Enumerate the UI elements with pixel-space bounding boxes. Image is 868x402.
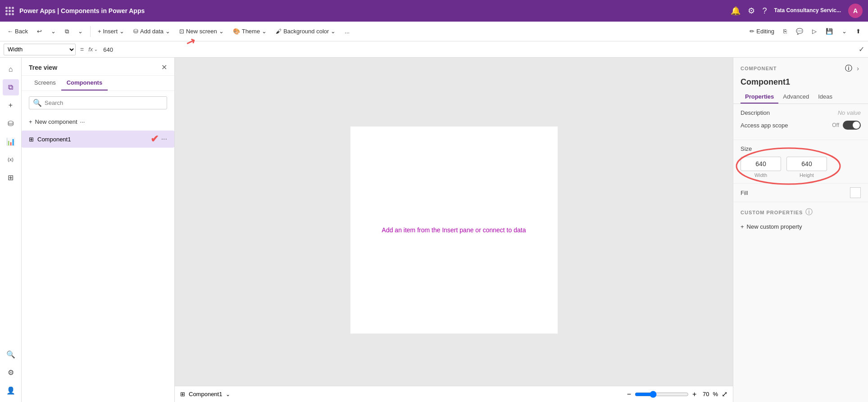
access-scope-toggle[interactable] [843,121,861,130]
fill-label: Fill [741,190,748,196]
sidebar-search-icon[interactable]: 🔍 [3,346,19,362]
formula-check-icon[interactable]: ✓ [859,45,864,54]
save-button[interactable]: 💾 [822,26,836,36]
tab-ideas[interactable]: Ideas [813,90,837,104]
publish-button[interactable]: ⬆ [852,26,864,36]
component-name-label: Component1 [37,136,71,143]
copy-button[interactable]: ⧉ [61,26,73,37]
fullscreen-button[interactable]: ⤢ [722,390,727,398]
tab-components[interactable]: Components [61,76,108,90]
apps-grid-icon[interactable] [5,7,14,15]
toolbar-right: ✏ Editing ⎘ 💬 ▷ 💾 ⌄ ⬆ [746,26,864,36]
description-section: Description No value Access app scope Of… [733,104,868,140]
right-panel-expand-button[interactable]: › [855,63,861,74]
size-row: Size [741,145,861,152]
sidebar-user-icon[interactable]: 👤 [3,382,19,398]
bg-color-label: Background color [283,28,329,35]
zoom-in-button[interactable]: + [692,390,696,398]
back-button[interactable]: ← Back [4,26,32,36]
equals-sign: = [80,46,84,53]
copy-dropdown[interactable]: ⌄ [74,26,86,36]
component-item-1[interactable]: ⊞ Component1 ✔ ··· [22,131,174,148]
editing-label: Editing [756,28,774,35]
tab-advanced[interactable]: Advanced [778,90,813,104]
tree-title: Tree view [29,64,57,71]
theme-icon: 🎨 [233,28,240,35]
notification-icon[interactable]: 🔔 [731,6,741,16]
insert-button[interactable]: + Insert ⌄ [94,26,128,36]
search-input[interactable] [45,99,163,106]
add-data-icon: ⛁ [133,28,138,35]
size-inputs: Width Height [741,157,827,178]
sidebar-charts-icon[interactable]: 📊 [3,133,19,149]
top-bar: Power Apps | Components in Power Apps 🔔 … [0,0,868,22]
formula-bar: Width = fx ⌄ ↗ ✓ [0,41,868,58]
placeholder-text: Add an item from the Insert pane [382,226,474,234]
fill-color-picker[interactable] [850,187,861,198]
new-screen-icon: ⊡ [179,28,184,35]
tab-screens[interactable]: Screens [29,76,61,90]
back-label: Back [15,28,28,35]
new-screen-button[interactable]: ⊡ New screen ⌄ [176,26,227,36]
tree-header: Tree view ✕ [22,58,174,76]
sidebar-settings-icon[interactable]: ⚙ [3,364,19,380]
canvas-frame: Add an item from the Insert pane or conn… [350,126,558,334]
sidebar-controls-icon[interactable]: ⊞ [3,169,19,185]
component-indicator-icon: ⊞ [180,391,185,397]
user-avatar[interactable]: A [848,4,863,18]
zoom-value: 70 [700,391,709,397]
tab-properties[interactable]: Properties [741,90,778,104]
left-sidebar: ⌂ ⧉ + ⛁ 📊 (x) ⊞ 🔍 ⚙ 👤 [0,58,22,402]
height-input-group: Height [786,157,827,178]
component-indicator-chevron[interactable]: ⌄ [226,391,230,397]
insert-icon: + [98,28,101,35]
theme-chevron: ⌄ [262,28,267,35]
share-button[interactable]: ⎘ [780,26,791,36]
custom-props-info-icon[interactable]: ⓘ [805,208,813,217]
new-custom-property-button[interactable]: + New custom property [733,220,868,234]
save-dropdown[interactable]: ⌄ [838,26,850,36]
main-layout: ⌂ ⧉ + ⛁ 📊 (x) ⊞ 🔍 ⚙ 👤 Tree view ✕ Screen… [0,58,868,402]
play-button[interactable]: ▷ [809,26,820,36]
access-scope-row: Access app scope Off [741,121,861,130]
tree-panel: Tree view ✕ Screens Components 🔍 + New c… [22,58,175,402]
component-more-button[interactable]: ··· [161,135,167,143]
bg-color-button[interactable]: 🖌 Background color ⌄ [272,26,339,36]
settings-icon[interactable]: ⚙ [748,6,755,16]
search-icon: 🔍 [33,99,42,107]
help-icon[interactable]: ? [762,6,767,16]
formula-input[interactable] [100,46,182,53]
sidebar-insert-icon[interactable]: + [3,97,19,113]
theme-button[interactable]: 🎨 Theme ⌄ [229,26,270,36]
zoom-percent: % [713,391,718,397]
editing-button[interactable]: ✏ Editing [746,26,778,36]
bg-color-icon: 🖌 [276,28,282,35]
width-sublabel: Width [754,172,767,178]
new-component-button[interactable]: + New component ··· [29,117,85,127]
width-input[interactable] [741,157,781,171]
connect-data-link[interactable]: connect to data [483,226,526,234]
more-button[interactable]: ... [341,26,353,36]
tree-close-button[interactable]: ✕ [161,63,167,72]
comments-button[interactable]: 💬 [792,26,807,36]
undo-dropdown[interactable]: ⌄ [47,26,59,36]
topbar-right: 🔔 ⚙ ? Tata Consultancy Servic... A [731,4,863,18]
formula-value-wrapper: ↗ [100,45,182,54]
zoom-out-button[interactable]: − [627,390,631,398]
add-data-button[interactable]: ⛁ Add data ⌄ [130,26,174,36]
environment-name: Tata Consultancy Servic... [774,7,841,14]
zoom-slider[interactable] [635,391,689,398]
sidebar-treeview-icon[interactable]: ⧉ [3,79,19,95]
height-input[interactable] [786,157,827,171]
right-panel: COMPONENT ⓘ › Component1 Properties Adva… [733,58,868,402]
component-item-actions: ✔ ··· [150,133,167,145]
new-custom-label: New custom property [747,223,802,230]
property-selector[interactable]: Width [4,44,76,55]
sidebar-data-icon[interactable]: ⛁ [3,115,19,131]
undo-button[interactable]: ↩ [33,26,45,36]
sidebar-home-icon[interactable]: ⌂ [3,61,19,77]
new-custom-plus-icon: + [741,223,744,230]
sidebar-vars-icon[interactable]: (x) [3,151,19,167]
component-info-icon[interactable]: ⓘ [845,64,852,73]
new-component-more-icon[interactable]: ··· [80,118,85,125]
